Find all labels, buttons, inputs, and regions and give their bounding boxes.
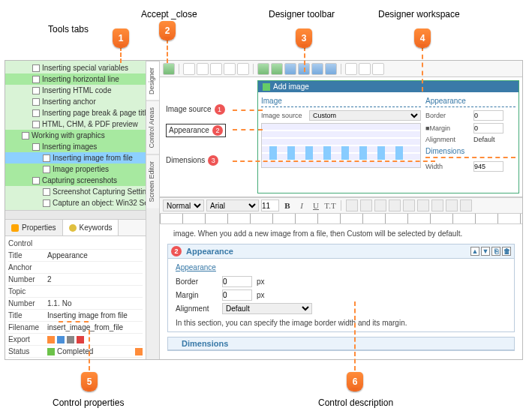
add-image-icon (263, 83, 270, 91)
indent-button[interactable] (403, 200, 415, 212)
list-button[interactable] (389, 200, 401, 212)
underline-button[interactable]: U (310, 200, 322, 212)
mockup-border-input[interactable] (473, 110, 503, 121)
main-area: Image source1 Appearance2 Dimensions3 Ad… (160, 61, 522, 359)
ed-border-input[interactable] (222, 276, 252, 287)
tree-item-label: Capture an object: Win32 Settin (53, 199, 146, 207)
editor-intro-text: image. When you add a new image from a f… (167, 229, 515, 239)
toolbar-btn[interactable] (224, 63, 236, 75)
toolbar-btn[interactable] (257, 63, 269, 75)
link-button[interactable] (460, 200, 472, 212)
outdent-button[interactable] (417, 200, 429, 212)
prop-title2-value[interactable]: Inserting image from file (47, 311, 143, 320)
toolbar-btn[interactable] (237, 63, 249, 75)
ed-margin-label: Margin (176, 291, 218, 299)
label-image-source: Image source1 (166, 104, 225, 115)
prop-status-value[interactable]: Completed (47, 347, 143, 356)
toolbar-btn[interactable] (183, 63, 195, 75)
properties-tabs: Properties Keywords (5, 220, 146, 236)
case-button[interactable]: T.T (324, 200, 336, 212)
toolbar-btn[interactable] (325, 63, 337, 75)
zoom-out-button[interactable] (359, 63, 371, 75)
section-down-icon[interactable]: ▼ (481, 247, 490, 256)
align-right-button[interactable] (374, 200, 386, 212)
align-center-button[interactable] (360, 200, 372, 212)
vtab-designer[interactable]: Designer (146, 61, 159, 100)
tree-item-label: Capturing screenshots (42, 176, 117, 184)
tree-item[interactable]: Screenshot Capturing Settings (5, 186, 146, 197)
prop-number-value[interactable]: 2 (47, 275, 143, 284)
mockup-margin-input[interactable] (473, 123, 503, 134)
tab-keywords[interactable]: Keywords (63, 220, 119, 236)
bold-button[interactable]: B (281, 200, 293, 212)
tree-item[interactable]: Capture an object: Win32 Settin (5, 197, 146, 208)
ruler[interactable] (160, 214, 522, 224)
tree-item[interactable]: Inserting special variables (5, 62, 146, 74)
tree-item[interactable]: Inserting anchor (5, 96, 146, 107)
font-select[interactable]: Arial (206, 200, 259, 212)
mockup-border-label: Border (425, 112, 470, 119)
toolbar-btn[interactable] (372, 63, 384, 75)
toolbar-btn[interactable] (197, 63, 209, 75)
tree-scrollbar[interactable] (5, 210, 146, 219)
image-button[interactable] (446, 200, 458, 212)
mockup-imgsrc-select[interactable]: Custom (309, 110, 421, 121)
tree-item[interactable]: Capturing screenshots (5, 175, 146, 186)
section-up-icon[interactable]: ▲ (470, 247, 479, 256)
vertical-tool-tabs: Designer Control Areas Screen Editor (146, 61, 160, 359)
designer-workspace[interactable]: Image source1 Appearance2 Dimensions3 Ad… (160, 77, 522, 197)
tab-properties[interactable]: Properties (5, 220, 63, 236)
vtab-control-areas[interactable]: Control Areas (146, 100, 159, 154)
topic-icon (32, 64, 40, 72)
topic-icon (22, 132, 29, 140)
prop-number2-label: Number (8, 299, 47, 308)
callout-3-badge: 3 (296, 28, 312, 48)
tree-item[interactable]: Image properties (5, 164, 146, 175)
topic-tree[interactable]: Inserting special variablesInserting hor… (5, 61, 146, 210)
italic-button[interactable]: I (296, 200, 308, 212)
mockup-align-value[interactable]: Default (473, 136, 495, 143)
tree-item[interactable]: Inserting page break & page title (5, 107, 146, 118)
prop-export-label: Export (8, 335, 47, 344)
tree-item-label: Inserting anchor (42, 98, 96, 106)
vtab-screen-editor[interactable]: Screen Editor (146, 154, 159, 208)
section-copy-icon[interactable]: ⎘ (491, 247, 500, 256)
mockup-image-header: Image (261, 95, 421, 107)
mockup-align-label: Alignment (425, 136, 470, 143)
prop-title-value[interactable]: Appearance (47, 251, 143, 260)
control-description-editor[interactable]: image. When you add a new image from a f… (160, 224, 522, 359)
toolbar-btn[interactable] (284, 63, 296, 75)
section-delete-icon[interactable]: 🗑 (502, 247, 511, 256)
font-size-input[interactable] (261, 200, 279, 212)
toolbar-btn[interactable] (271, 63, 283, 75)
prop-topic-label: Topic (8, 287, 47, 296)
topic-icon (32, 110, 40, 117)
mockup-dimensions-header: Dimensions (425, 146, 515, 158)
zoom-in-button[interactable] (345, 63, 357, 75)
tree-item[interactable]: HTML, CHM, & PDF preview (5, 118, 146, 130)
accept-close-button[interactable] (163, 63, 175, 75)
align-left-button[interactable] (346, 200, 358, 212)
callout-2-badge: 2 (159, 21, 176, 40)
mockup-width-input[interactable] (473, 161, 503, 172)
tree-item[interactable]: Inserting images (5, 141, 146, 152)
section-header-icons: ▲ ▼ ⎘ 🗑 (470, 247, 511, 256)
toolbar-btn[interactable] (311, 63, 323, 75)
tree-item-label: Working with graphics (32, 131, 105, 140)
tree-item[interactable]: Working with graphics (5, 130, 146, 141)
prop-number2-value[interactable]: 1.1. (47, 299, 60, 308)
tree-item[interactable]: Inserting HTML code (5, 85, 146, 96)
tree-item[interactable]: Inserting image from file (5, 152, 146, 164)
ed-margin-input[interactable] (222, 290, 252, 301)
app-frame: Inserting special variablesInserting hor… (5, 60, 523, 360)
ed-align-select[interactable]: Default (222, 303, 312, 314)
tree-item[interactable]: Inserting horizontal line (5, 74, 146, 85)
prop-filename-value[interactable]: insert_image_from_file (47, 323, 143, 332)
prop-export-value[interactable] (47, 336, 143, 344)
tab-keywords-label: Keywords (80, 224, 113, 232)
designer-toolbar (160, 61, 522, 77)
toolbar-btn[interactable] (210, 63, 222, 75)
toolbar-btn[interactable] (298, 63, 310, 75)
table-button[interactable] (431, 200, 443, 212)
style-select[interactable]: Normal (163, 200, 204, 212)
